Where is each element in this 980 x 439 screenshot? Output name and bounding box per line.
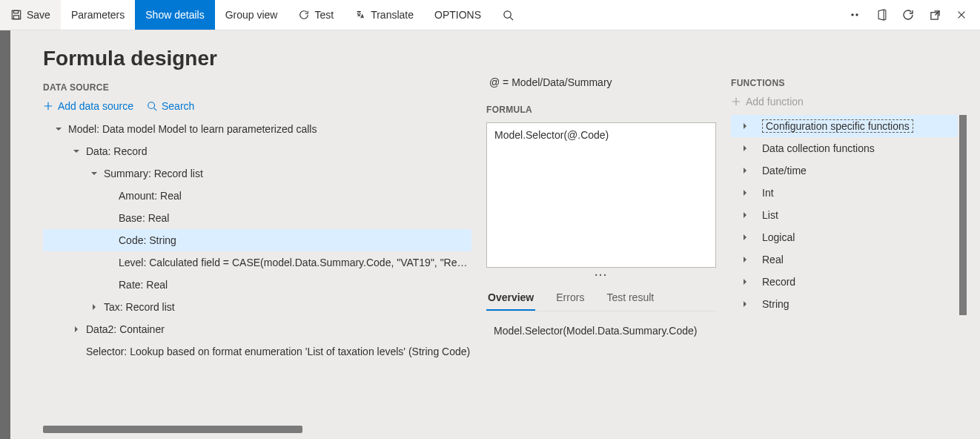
popout-icon[interactable] xyxy=(928,8,941,22)
fn-row-data-collection[interactable]: Data collection functions xyxy=(731,137,958,159)
functions-list: Configuration specific functions Data co… xyxy=(731,115,967,315)
test-button[interactable]: Test xyxy=(288,0,344,30)
tree-node-model[interactable]: Model: Data model Model to learn paramet… xyxy=(43,118,471,140)
formula-panel: @ = Model/Data/Summary FORMULA Model.Sel… xyxy=(486,47,716,433)
tree-node-data2[interactable]: Data2: Container xyxy=(43,318,471,340)
tab-overview[interactable]: Overview xyxy=(486,285,535,311)
fn-row-int[interactable]: Int xyxy=(731,182,958,204)
fn-row-record[interactable]: Record xyxy=(731,271,958,293)
data-source-label: DATA SOURCE xyxy=(43,82,471,93)
fn-row-datetime[interactable]: Date/time xyxy=(731,159,958,182)
refresh-icon xyxy=(298,9,310,21)
tree-node-data[interactable]: Data: Record xyxy=(43,140,471,162)
formula-label: FORMULA xyxy=(486,105,716,115)
formula-text: Model.Selector(@.Code) xyxy=(494,129,609,141)
parameters-button[interactable]: Parameters xyxy=(61,0,135,30)
functions-panel: FUNCTIONS Add function Configuration spe… xyxy=(731,47,967,433)
caret-down-icon[interactable] xyxy=(71,146,82,156)
office-icon[interactable] xyxy=(875,8,888,22)
fn-label: Real xyxy=(762,254,784,265)
fn-row-configuration[interactable]: Configuration specific functions xyxy=(731,115,958,137)
caret-right-icon[interactable] xyxy=(740,121,750,131)
fn-row-real[interactable]: Real xyxy=(731,248,958,271)
plus-icon xyxy=(731,96,741,107)
resize-handle[interactable]: ··· xyxy=(486,268,716,285)
tree-node-selector[interactable]: Selector: Lookup based on format enumera… xyxy=(43,340,471,363)
fn-label: Configuration specific functions xyxy=(762,119,913,133)
tree-label: Level: Calculated field = CASE(model.Dat… xyxy=(119,257,471,268)
tree-label: Data2: Container xyxy=(86,323,165,335)
translate-icon xyxy=(354,9,366,21)
caret-right-icon[interactable] xyxy=(740,210,750,220)
caret-right-icon[interactable] xyxy=(740,188,750,198)
tree-node-level[interactable]: Level: Calculated field = CASE(model.Dat… xyxy=(43,251,471,274)
fn-row-string[interactable]: String xyxy=(731,293,958,315)
formula-input[interactable]: Model.Selector(@.Code) xyxy=(486,122,716,268)
svg-rect-2 xyxy=(14,16,19,19)
translate-button[interactable]: Translate xyxy=(344,0,424,30)
svg-point-3 xyxy=(503,10,510,17)
options-button[interactable]: OPTIONS xyxy=(424,0,491,30)
caret-right-icon[interactable] xyxy=(740,299,750,309)
caret-right-icon[interactable] xyxy=(740,232,750,242)
left-gutter xyxy=(0,30,10,439)
show-details-button[interactable]: Show details xyxy=(135,0,214,30)
save-label: Save xyxy=(27,9,50,21)
search-label: Search xyxy=(162,100,194,112)
formula-context: @ = Model/Data/Summary xyxy=(486,75,716,96)
horizontal-scrollbar[interactable] xyxy=(43,426,302,433)
reload-icon[interactable] xyxy=(901,8,915,22)
search-icon xyxy=(502,9,514,21)
tab-errors[interactable]: Errors xyxy=(554,285,586,311)
tab-test-result[interactable]: Test result xyxy=(605,285,655,311)
tree-label: Model: Data model Model to learn paramet… xyxy=(68,123,317,135)
at-path: Model/Data/Summary xyxy=(511,76,612,88)
group-view-button[interactable]: Group view xyxy=(215,0,288,30)
caret-right-icon[interactable] xyxy=(71,324,82,334)
caret-down-icon[interactable] xyxy=(53,124,64,134)
fn-label: List xyxy=(762,209,778,221)
svg-rect-1 xyxy=(14,10,19,13)
fn-row-logical[interactable]: Logical xyxy=(731,226,958,248)
group-view-label: Group view xyxy=(225,9,278,21)
add-function-button[interactable]: Add function xyxy=(731,96,967,108)
save-icon xyxy=(10,9,22,21)
caret-right-icon[interactable] xyxy=(740,277,750,287)
fn-label: Record xyxy=(762,276,795,288)
caret-right-icon[interactable] xyxy=(740,143,750,154)
fn-label: Logical xyxy=(762,231,795,243)
fn-row-list[interactable]: List xyxy=(731,204,958,226)
tree-node-tax[interactable]: Tax: Record list xyxy=(43,296,471,318)
tree-node-rate[interactable]: Rate: Real xyxy=(43,274,471,296)
save-button[interactable]: Save xyxy=(0,0,61,30)
search-button[interactable]: Search xyxy=(147,100,194,112)
tree-label: Summary: Record list xyxy=(104,168,203,179)
search-icon xyxy=(147,101,157,111)
data-source-panel: Formula designer DATA SOURCE Add data so… xyxy=(43,47,471,433)
tree-node-summary[interactable]: Summary: Record list xyxy=(43,162,471,185)
translate-label: Translate xyxy=(371,9,414,21)
connector-icon[interactable] xyxy=(848,8,861,22)
tree-node-base[interactable]: Base: Real xyxy=(43,207,471,229)
plus-icon xyxy=(43,101,53,111)
test-label: Test xyxy=(314,9,334,21)
caret-right-icon[interactable] xyxy=(89,302,99,312)
caret-down-icon[interactable] xyxy=(89,168,99,179)
add-data-source-label: Add data source xyxy=(58,100,133,112)
fn-label: Data collection functions xyxy=(762,142,875,154)
add-data-source-button[interactable]: Add data source xyxy=(43,100,133,112)
add-function-label: Add function xyxy=(746,96,804,108)
result-tabs: Overview Errors Test result xyxy=(486,285,716,311)
close-icon[interactable] xyxy=(955,8,968,22)
tree-label: Tax: Record list xyxy=(104,301,175,313)
toolbar-search-button[interactable] xyxy=(491,0,524,30)
caret-right-icon[interactable] xyxy=(740,254,750,265)
at-prefix: @ = xyxy=(489,76,511,88)
caret-right-icon[interactable] xyxy=(740,165,750,176)
show-details-label: Show details xyxy=(145,9,204,21)
tree-node-amount[interactable]: Amount: Real xyxy=(43,185,471,207)
tree-node-code[interactable]: Code: String xyxy=(43,229,471,251)
tree-label: Rate: Real xyxy=(119,279,168,291)
svg-point-5 xyxy=(148,102,155,109)
tree-label: Data: Record xyxy=(86,145,147,157)
